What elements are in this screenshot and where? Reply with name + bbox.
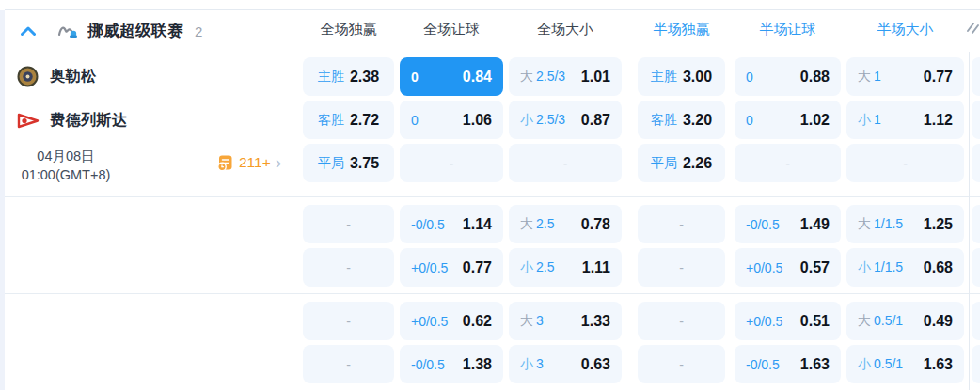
odds-cell-clipped-r6: [972, 302, 980, 340]
line-number: 2.5/3: [536, 112, 565, 129]
odds-cell-r7-c5[interactable]: -0/0.51.63: [735, 345, 841, 383]
odds-cell-r1-c6[interactable]: 大10.77: [846, 57, 964, 96]
over-under-prefix: 小: [858, 356, 871, 373]
over-under-prefix: 小: [520, 112, 533, 129]
line-number: 3: [536, 313, 544, 330]
odds-value: 0.84: [463, 69, 492, 86]
odds-cell-r1-c4[interactable]: 主胜3.00: [638, 57, 725, 96]
odds-value: 0.62: [463, 313, 492, 330]
odds-cell-r6-c1: -: [303, 302, 394, 340]
no-odds-dash: -: [346, 260, 351, 275]
odds-table: 挪威超级联赛 2 全场独赢全场让球全场大小半场独赢半场让球半场大小 奥勒松: [0, 0, 980, 390]
odds-cell-r4-c5[interactable]: -0/0.51.49: [735, 205, 841, 243]
group-separator-1: [5, 196, 980, 197]
away-team-logo-icon: [17, 110, 39, 132]
home-team-row: 奥勒松: [17, 62, 97, 90]
odds-cell-r7-c6[interactable]: 小0.5/11.63: [846, 345, 964, 383]
no-odds-dash: -: [679, 314, 684, 329]
odds-cell-r6-c3[interactable]: 大31.33: [509, 302, 622, 340]
odds-label: 客胜: [651, 112, 677, 129]
more-markets-button[interactable]: 211+ ›: [216, 151, 281, 174]
odds-cell-r2-c5[interactable]: 01.02: [735, 101, 841, 139]
odds-value: 1.49: [800, 216, 830, 233]
over-under-label: 大1: [858, 69, 881, 86]
no-odds-dash: -: [346, 357, 351, 372]
odds-label: -0/0.5: [746, 217, 780, 232]
line-number: 1/1.5: [874, 216, 903, 233]
odds-cell-r5-c6[interactable]: 小1/1.50.68: [846, 248, 964, 287]
odds-cell-r5-c1: -: [303, 248, 394, 287]
odds-cell-r2-c4[interactable]: 客胜3.20: [638, 101, 725, 139]
odds-cell-r2-c1[interactable]: 客胜2.72: [303, 101, 394, 139]
over-under-label: 小2.5/3: [520, 112, 565, 129]
odds-cell-clipped-r4: [972, 205, 980, 243]
collapse-chevron-up-icon[interactable]: [19, 24, 38, 38]
odds-value: 3.00: [683, 69, 712, 86]
odds-label: 0: [746, 70, 753, 85]
line-number: 2.5: [536, 216, 554, 233]
group-separator-2: [5, 293, 980, 294]
over-under-label: 小3: [520, 356, 544, 373]
odds-cell-r3-c2: -: [400, 144, 503, 182]
odds-value: 1.38: [463, 356, 492, 373]
odds-cell-r3-c4[interactable]: 平局2.26: [638, 144, 725, 182]
line-number: 1: [874, 112, 881, 129]
odds-cell-r5-c2[interactable]: +0/0.50.77: [400, 248, 503, 287]
odds-cell-r1-c5[interactable]: 00.88: [735, 57, 841, 96]
odds-cell-r7-c4: -: [638, 345, 725, 383]
odds-value: 1.02: [800, 112, 830, 129]
no-odds-dash: -: [346, 217, 351, 232]
over-under-prefix: 小: [520, 356, 533, 373]
odds-cell-r6-c4: -: [638, 302, 725, 340]
odds-cell-r2-c6[interactable]: 小11.12: [846, 101, 964, 139]
no-odds-dash: -: [679, 217, 684, 232]
odds-cell-r5-c3[interactable]: 小2.51.11: [509, 248, 622, 287]
odds-cell-r5-c5[interactable]: +0/0.50.57: [735, 248, 841, 287]
column-header-3: 全场大小: [499, 21, 631, 39]
odds-cell-r7-c3[interactable]: 小30.63: [509, 345, 622, 383]
column-header-1: 全场独赢: [293, 21, 403, 39]
over-under-prefix: 小: [520, 259, 533, 276]
over-under-label: 大3: [520, 313, 544, 330]
odds-label: 主胜: [318, 69, 344, 86]
odds-value: 0.77: [924, 69, 953, 86]
over-under-prefix: 大: [520, 69, 533, 86]
odds-label: 平局: [651, 155, 677, 172]
odds-cell-r1-c1[interactable]: 主胜2.38: [303, 57, 394, 96]
line-number: 0.5/1: [874, 313, 903, 330]
odds-cell-r6-c6[interactable]: 大0.5/10.49: [846, 302, 964, 340]
odds-cell-r4-c3[interactable]: 大2.50.78: [509, 205, 622, 243]
odds-cell-r1-c2[interactable]: 00.84: [400, 57, 503, 96]
over-under-prefix: 大: [858, 69, 871, 86]
more-markets-count: 211+: [239, 154, 271, 171]
home-team-name: 奥勒松: [50, 67, 97, 86]
odds-value: 3.20: [683, 112, 712, 129]
no-odds-dash: -: [785, 156, 790, 171]
over-under-label: 小2.5: [520, 259, 554, 276]
odds-cell-r2-c2[interactable]: 01.06: [400, 101, 503, 139]
match-count: 2: [195, 23, 202, 39]
odds-value: 2.38: [350, 69, 379, 86]
over-under-prefix: 大: [858, 216, 871, 233]
odds-label: +0/0.5: [411, 260, 448, 275]
odds-cell-r3-c1[interactable]: 平局3.75: [303, 144, 394, 182]
odds-cell-r2-c3[interactable]: 小2.5/30.87: [509, 101, 622, 139]
column-header-4: 半场独赢: [628, 21, 735, 39]
odds-value: 0.57: [800, 259, 830, 276]
odds-label: +0/0.5: [746, 260, 782, 275]
line-number: 3: [536, 356, 544, 373]
odds-cell-r6-c5[interactable]: +0/0.50.51: [735, 302, 841, 340]
no-odds-dash: -: [903, 156, 908, 171]
odds-cell-r4-c2[interactable]: -0/0.51.14: [400, 205, 503, 243]
more-markets-chevron-icon: ›: [276, 153, 281, 171]
over-under-prefix: 大: [858, 313, 871, 330]
odds-cell-r4-c6[interactable]: 大1/1.51.25: [846, 205, 964, 243]
over-under-label: 大0.5/1: [858, 313, 903, 330]
odds-cell-clipped-r1: [972, 57, 980, 96]
odds-cell-r1-c3[interactable]: 大2.5/31.01: [509, 57, 622, 96]
odds-cell-r7-c2[interactable]: -0/0.51.38: [400, 345, 503, 383]
odds-cell-r6-c2[interactable]: +0/0.50.62: [400, 302, 503, 340]
odds-value: 1.33: [581, 313, 610, 330]
line-number: 1/1.5: [874, 259, 903, 276]
over-under-label: 大1/1.5: [858, 216, 903, 233]
